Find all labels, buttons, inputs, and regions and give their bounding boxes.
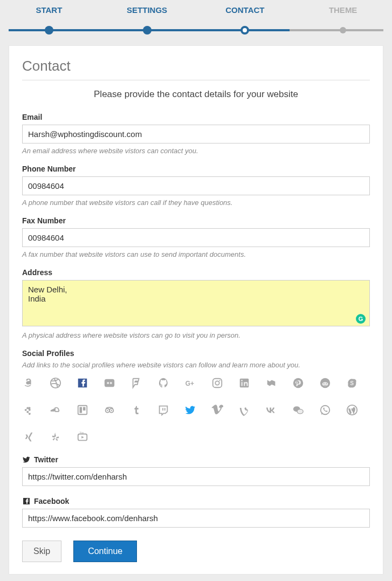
facebook-label-text: Facebook (34, 497, 69, 505)
amazon-icon[interactable] (22, 377, 35, 389)
svg-point-11 (293, 378, 303, 388)
tripadvisor-icon[interactable] (103, 404, 116, 416)
svg-point-23 (111, 410, 112, 411)
social-profiles-hint: Add links to the social profiles where w… (22, 361, 370, 369)
facebook-input[interactable] (22, 509, 370, 528)
facebook-icon[interactable] (76, 377, 89, 389)
phone-input[interactable] (22, 176, 370, 195)
vk-icon[interactable] (265, 404, 278, 416)
phone-label: Phone Number (22, 165, 370, 173)
googleplus-icon[interactable]: G+ (184, 377, 197, 389)
twitter-input[interactable] (22, 467, 370, 486)
stepper-label: CONTACT (225, 5, 264, 15)
twitter-field-group (22, 467, 370, 486)
svg-point-15 (326, 383, 327, 384)
twitter-label-text: Twitter (34, 455, 58, 464)
wechat-icon[interactable] (292, 404, 305, 416)
svg-rect-17 (78, 406, 87, 415)
svg-text:G+: G+ (185, 380, 194, 387)
pinterest-icon[interactable] (292, 377, 305, 389)
social-profiles-heading: Social Profiles (22, 349, 370, 358)
grammarly-icon: G (356, 314, 366, 324)
svg-point-6 (215, 381, 219, 385)
stepper-label: THEME (329, 5, 357, 15)
button-row: Skip Continue (22, 541, 370, 562)
facebook-field-label: Facebook (22, 497, 370, 505)
fax-label: Fax Number (22, 216, 370, 225)
address-field-group: Address G (22, 268, 370, 328)
xing-icon[interactable] (22, 430, 35, 443)
stepper-step-settings[interactable]: SETTINGS (98, 0, 196, 32)
reddit-icon[interactable] (319, 377, 332, 389)
svg-text:S: S (350, 380, 354, 386)
facebook-field-group (22, 509, 370, 528)
linkedin-icon[interactable] (238, 377, 251, 389)
address-input[interactable] (22, 280, 370, 326)
svg-point-2 (107, 382, 109, 384)
svg-point-22 (107, 410, 108, 411)
stepper-step-start[interactable]: START (0, 0, 98, 32)
skip-button[interactable]: Skip (22, 541, 61, 562)
stepper-dot-icon (45, 26, 53, 35)
stepper-dot-icon (143, 26, 152, 35)
contact-panel: Contact Please provide the contact detai… (9, 45, 383, 575)
tumblr-icon[interactable] (130, 404, 143, 416)
stepper-label: START (36, 5, 62, 15)
fax-field-group: Fax Number (22, 216, 370, 247)
phone-field-group: Phone Number (22, 165, 370, 195)
flickr-icon[interactable] (103, 377, 116, 389)
svg-rect-9 (242, 382, 243, 386)
address-label: Address (22, 268, 370, 277)
svg-point-25 (297, 409, 303, 414)
slack-icon[interactable] (22, 404, 35, 416)
svg-rect-1 (105, 379, 114, 387)
trello-icon[interactable] (76, 404, 89, 416)
twitter-field-label: Twitter (22, 455, 370, 464)
svg-text:You: You (80, 432, 84, 434)
svg-point-10 (241, 380, 243, 381)
fax-input[interactable] (22, 228, 370, 247)
address-hint: A physical address where website vistors… (22, 331, 370, 339)
soundcloud-icon[interactable] (49, 404, 62, 416)
foursquare-icon[interactable] (130, 377, 143, 389)
svg-point-7 (219, 380, 220, 381)
whatsapp-icon[interactable] (319, 404, 332, 416)
skype-icon[interactable]: S (346, 377, 359, 389)
svg-rect-5 (213, 379, 222, 388)
continue-button[interactable]: Continue (73, 541, 137, 562)
email-input[interactable] (22, 125, 370, 143)
vimeo-icon[interactable] (211, 404, 224, 416)
page-subtitle: Please provide the contact details for y… (22, 89, 370, 100)
address-textarea-wrap: G (22, 280, 370, 328)
wordpress-icon[interactable] (346, 404, 359, 416)
email-label: Email (22, 113, 370, 121)
medium-icon[interactable] (265, 377, 278, 389)
page-title: Contact (22, 58, 370, 80)
stepper-dot-icon (340, 27, 346, 33)
stepper-nav: START SETTINGS CONTACT THEME (0, 0, 392, 32)
email-field-group: Email (22, 113, 370, 143)
svg-point-3 (110, 382, 112, 384)
vine-icon[interactable] (238, 404, 251, 416)
youtube-icon[interactable]: You (76, 430, 89, 443)
dribbble-icon[interactable] (49, 377, 62, 389)
stepper-step-theme[interactable]: THEME (294, 0, 392, 32)
fax-hint: A fax number that website vistors can us… (22, 250, 370, 258)
svg-rect-19 (83, 407, 86, 411)
svg-point-14 (324, 383, 325, 384)
stepper-label: SETTINGS (127, 5, 167, 15)
phone-hint: A phone number that website vistors can … (22, 199, 370, 207)
twitch-icon[interactable] (157, 404, 170, 416)
github-icon[interactable] (157, 377, 170, 389)
yelp-icon[interactable] (49, 430, 62, 443)
twitter-small-icon (22, 455, 31, 464)
facebook-small-icon (22, 497, 31, 505)
social-icon-grid: G+ S You (22, 377, 370, 443)
twitter-icon[interactable] (184, 404, 197, 416)
svg-point-0 (51, 378, 60, 388)
svg-rect-18 (80, 407, 82, 413)
stepper-dot-icon (240, 26, 249, 35)
stepper-step-contact[interactable]: CONTACT (196, 0, 294, 32)
email-hint: An email address where website vistors c… (22, 147, 370, 155)
instagram-icon[interactable] (211, 377, 224, 389)
